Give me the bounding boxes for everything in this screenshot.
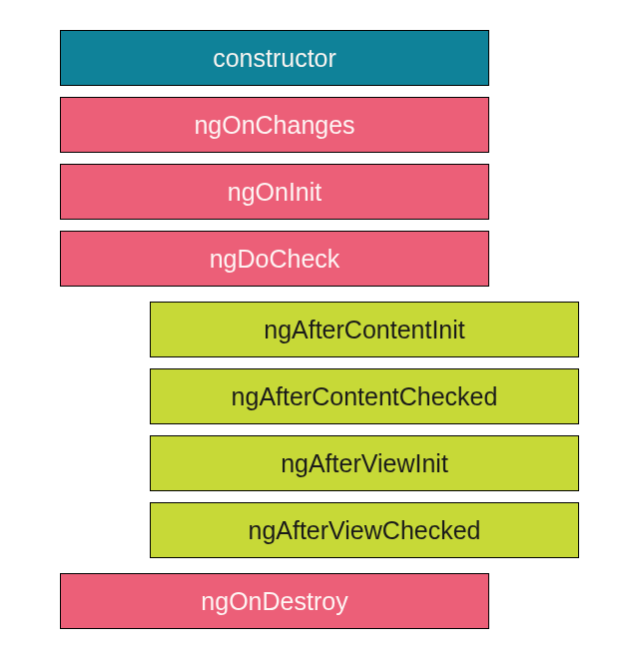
lifecycle-hook-label: ngOnChanges	[194, 111, 354, 140]
lifecycle-hook-ngdocheck: ngDoCheck	[60, 231, 489, 287]
lifecycle-hook-label: constructor	[213, 44, 336, 73]
lifecycle-hook-ngondestroy: ngOnDestroy	[60, 573, 489, 629]
lifecycle-hook-label: ngOnInit	[228, 178, 322, 207]
lifecycle-hook-ngoninit: ngOnInit	[60, 164, 489, 220]
lifecycle-hook-label: ngAfterContentInit	[264, 316, 465, 344]
lifecycle-hook-ngafterviewchecked: ngAfterViewChecked	[150, 502, 579, 558]
lifecycle-hook-label: ngAfterViewInit	[281, 449, 448, 478]
lifecycle-hook-label: ngAfterContentChecked	[232, 382, 498, 411]
lifecycle-hook-ngaftercontentinit: ngAfterContentInit	[150, 302, 579, 357]
lifecycle-hook-label: ngAfterViewChecked	[248, 516, 480, 545]
lifecycle-hook-ngaftercontentchecked: ngAfterContentChecked	[150, 368, 579, 424]
lifecycle-hook-label: ngOnDestroy	[201, 587, 347, 616]
lifecycle-hook-constructor: constructor	[60, 30, 489, 86]
lifecycle-hook-ngonchanges: ngOnChanges	[60, 97, 489, 153]
lifecycle-hook-label: ngDoCheck	[210, 245, 340, 274]
lifecycle-hook-ngafterviewinit: ngAfterViewInit	[150, 435, 579, 491]
